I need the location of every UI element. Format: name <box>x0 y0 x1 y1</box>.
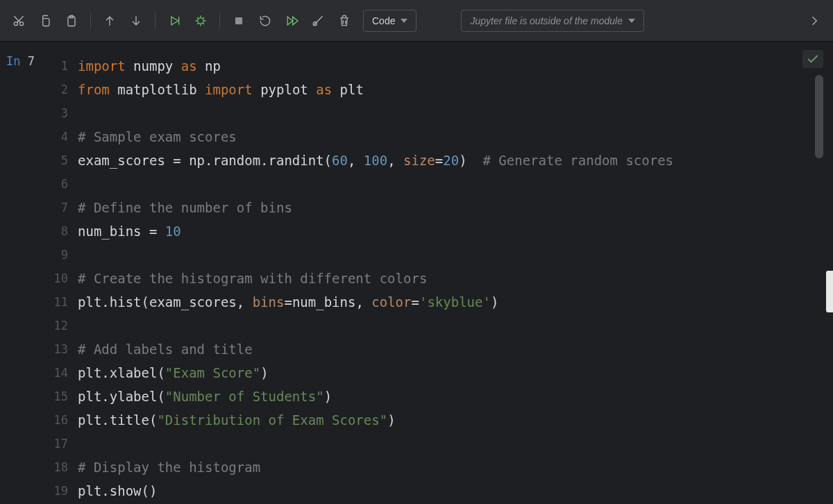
run-all-button[interactable] <box>280 9 303 33</box>
cell-in-text: In <box>6 54 20 68</box>
code-line[interactable]: import numpy as np <box>78 54 833 78</box>
module-select[interactable]: Jupyter file is outside of the module <box>461 10 643 32</box>
line-number: 15 <box>39 385 68 408</box>
code-line[interactable]: plt.ylabel("Number of Students") <box>78 385 833 408</box>
notebook-toolbar: Code Jupyter file is outside of the modu… <box>0 0 833 42</box>
move-cell-up-button[interactable] <box>98 9 121 33</box>
health-check-icon[interactable] <box>802 50 823 68</box>
line-number: 6 <box>39 172 68 196</box>
line-number: 1 <box>39 54 68 78</box>
line-number: 10 <box>39 267 68 290</box>
line-number: 17 <box>39 432 68 455</box>
code-line[interactable]: # Display the histogram <box>78 455 833 479</box>
code-line[interactable]: num_bins = 10 <box>78 219 833 243</box>
line-number: 7 <box>39 196 68 219</box>
cell-prompt-gutter: In 7 <box>0 42 39 504</box>
code-line[interactable]: plt.show() <box>78 479 833 503</box>
interrupt-kernel-button[interactable] <box>227 9 251 33</box>
line-number: 18 <box>39 455 68 479</box>
line-number: 11 <box>39 290 68 314</box>
toolbar-separator <box>219 12 220 29</box>
code-line[interactable]: # Create the histogram with different co… <box>78 267 833 290</box>
code-line[interactable]: # Sample exam scores <box>78 125 833 149</box>
line-number: 2 <box>39 78 68 101</box>
chevron-down-icon <box>628 19 635 23</box>
svg-rect-2 <box>43 18 49 26</box>
code-line[interactable]: # Define the number of bins <box>78 196 833 219</box>
code-editor[interactable]: import numpy as npfrom matplotlib import… <box>78 42 833 504</box>
code-line[interactable] <box>78 314 833 337</box>
right-panel-handle[interactable] <box>826 271 833 312</box>
line-number: 19 <box>39 479 68 503</box>
paste-cell-button[interactable] <box>60 9 83 33</box>
code-line[interactable]: plt.title("Distribution of Exam Scores") <box>78 408 833 432</box>
cell-type-label: Code <box>372 15 395 26</box>
code-line[interactable] <box>78 172 833 196</box>
line-number: 4 <box>39 125 68 149</box>
copy-cell-button[interactable] <box>33 9 57 33</box>
cell-type-select[interactable]: Code <box>363 10 416 32</box>
delete-cell-button[interactable] <box>333 9 356 33</box>
code-line[interactable] <box>78 432 833 455</box>
line-number: 8 <box>39 219 68 243</box>
restart-kernel-button[interactable] <box>253 9 277 33</box>
toolbar-separator <box>90 12 91 29</box>
svg-rect-6 <box>235 17 242 24</box>
cut-cell-button[interactable] <box>7 9 31 33</box>
clear-outputs-button[interactable] <box>306 9 330 33</box>
code-line[interactable]: plt.hist(exam_scores, bins=num_bins, col… <box>78 290 833 314</box>
svg-point-5 <box>198 17 203 23</box>
code-line[interactable]: from matplotlib import pyplot as plt <box>78 78 833 101</box>
code-line[interactable] <box>78 101 833 125</box>
chevron-down-icon <box>401 19 407 23</box>
toolbar-separator <box>155 12 155 29</box>
line-number: 12 <box>39 314 68 337</box>
code-line[interactable]: # Add labels and title <box>78 337 833 361</box>
code-line[interactable] <box>78 243 833 267</box>
line-number: 13 <box>39 337 68 361</box>
scrollbar-thumb[interactable] <box>815 75 823 158</box>
run-cell-button[interactable] <box>162 9 186 33</box>
line-number: 5 <box>39 149 68 172</box>
line-number: 14 <box>39 361 68 385</box>
line-number-gutter: 12345678910111213141516171819 <box>39 42 78 504</box>
code-line[interactable]: exam_scores = np.random.randint(60, 100,… <box>78 149 833 172</box>
module-select-label: Jupyter file is outside of the module <box>470 15 622 26</box>
line-number: 9 <box>39 243 68 267</box>
cell-in-number: 7 <box>28 54 35 68</box>
code-line[interactable]: plt.xlabel("Exam Score") <box>78 361 833 385</box>
editor-body: In 7 12345678910111213141516171819 impor… <box>0 42 833 504</box>
cell-execution-label: In 7 <box>0 54 35 68</box>
debug-cell-button[interactable] <box>189 9 212 33</box>
line-number: 16 <box>39 408 68 432</box>
toolbar-overflow-button[interactable] <box>802 9 826 33</box>
move-cell-down-button[interactable] <box>124 9 148 33</box>
line-number: 3 <box>39 101 68 125</box>
